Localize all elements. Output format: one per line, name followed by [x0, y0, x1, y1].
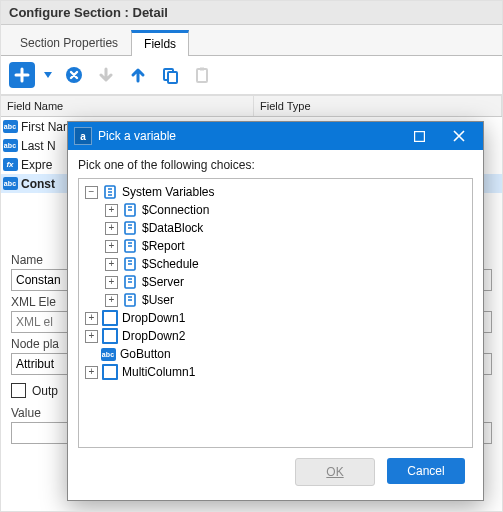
- col-field-type[interactable]: Field Type: [254, 96, 502, 116]
- leaf-icon: [85, 349, 96, 360]
- tree-node-system-variables[interactable]: − System Variables: [81, 183, 470, 201]
- tree-node[interactable]: + $Connection: [81, 201, 470, 219]
- output-label: Outp: [32, 384, 58, 398]
- tree-node[interactable]: + DropDown1: [81, 309, 470, 327]
- toolbar: [1, 56, 502, 95]
- cancel-button[interactable]: Cancel: [387, 458, 465, 484]
- add-dropdown-arrow[interactable]: [41, 72, 55, 78]
- folder-icon: [102, 184, 118, 200]
- tree-node[interactable]: abc GoButton: [81, 345, 470, 363]
- move-down-button: [93, 62, 119, 88]
- tab-fields[interactable]: Fields: [131, 30, 189, 56]
- variable-icon: [122, 274, 138, 290]
- tree-label: $Report: [142, 239, 185, 253]
- app-icon: a: [74, 127, 92, 145]
- tree-node[interactable]: + $Schedule: [81, 255, 470, 273]
- variable-icon: [122, 256, 138, 272]
- col-field-name[interactable]: Field Name: [1, 96, 254, 116]
- dropdown-icon: [102, 328, 118, 344]
- expand-icon[interactable]: +: [105, 294, 118, 307]
- dropdown-icon: [102, 364, 118, 380]
- tree-node[interactable]: + $User: [81, 291, 470, 309]
- variable-icon: [122, 292, 138, 308]
- svg-rect-5: [414, 131, 424, 141]
- variable-icon: [122, 238, 138, 254]
- tree-node[interactable]: + $Server: [81, 273, 470, 291]
- tab-bar: Section Properties Fields: [1, 25, 502, 56]
- expand-icon[interactable]: +: [85, 366, 98, 379]
- close-button[interactable]: [439, 122, 479, 150]
- delete-button[interactable]: [61, 62, 87, 88]
- tree-node[interactable]: + $Report: [81, 237, 470, 255]
- dialog-title: Pick a variable: [98, 129, 399, 143]
- pick-variable-dialog: a Pick a variable Pick one of the follow…: [67, 121, 484, 501]
- expression-icon: fx: [1, 158, 19, 171]
- tree-label: $DataBlock: [142, 221, 203, 235]
- add-button[interactable]: [9, 62, 35, 88]
- ok-button: OK: [295, 458, 375, 486]
- tree-label: $Schedule: [142, 257, 199, 271]
- tree-node[interactable]: + $DataBlock: [81, 219, 470, 237]
- variable-tree[interactable]: − System Variables + $Connection + $Data…: [78, 178, 473, 448]
- expand-icon[interactable]: +: [105, 240, 118, 253]
- tree-label: MultiColumn1: [122, 365, 195, 379]
- text-icon: abc: [1, 177, 19, 190]
- variable-icon: [122, 202, 138, 218]
- tree-label: DropDown2: [122, 329, 185, 343]
- svg-rect-4: [200, 68, 204, 71]
- svg-rect-2: [168, 72, 177, 83]
- tree-label: $User: [142, 293, 174, 307]
- grid-header: Field Name Field Type: [1, 95, 502, 117]
- tree-node[interactable]: + DropDown2: [81, 327, 470, 345]
- variable-icon: [122, 220, 138, 236]
- paste-button: [189, 62, 215, 88]
- tree-label: DropDown1: [122, 311, 185, 325]
- text-icon: abc: [1, 120, 19, 133]
- tree-label: System Variables: [122, 185, 214, 199]
- expand-icon[interactable]: +: [105, 204, 118, 217]
- dropdown-icon: [102, 310, 118, 326]
- tree-label: GoButton: [120, 347, 171, 361]
- copy-button[interactable]: [157, 62, 183, 88]
- expand-icon[interactable]: +: [105, 222, 118, 235]
- maximize-button[interactable]: [399, 122, 439, 150]
- expand-icon[interactable]: +: [105, 258, 118, 271]
- expand-icon[interactable]: +: [105, 276, 118, 289]
- text-icon: abc: [1, 139, 19, 152]
- dialog-titlebar[interactable]: a Pick a variable: [68, 122, 483, 150]
- page-title: Configure Section : Detail: [1, 1, 502, 25]
- expand-icon[interactable]: +: [85, 312, 98, 325]
- tab-section-properties[interactable]: Section Properties: [7, 31, 131, 55]
- svg-rect-3: [197, 69, 207, 82]
- collapse-icon[interactable]: −: [85, 186, 98, 199]
- dialog-instruction: Pick one of the following choices:: [78, 158, 473, 172]
- checkbox-icon: [11, 383, 26, 398]
- text-icon: abc: [100, 346, 116, 362]
- tree-label: $Server: [142, 275, 184, 289]
- expand-icon[interactable]: +: [85, 330, 98, 343]
- tree-label: $Connection: [142, 203, 209, 217]
- tree-node[interactable]: + MultiColumn1: [81, 363, 470, 381]
- move-up-button[interactable]: [125, 62, 151, 88]
